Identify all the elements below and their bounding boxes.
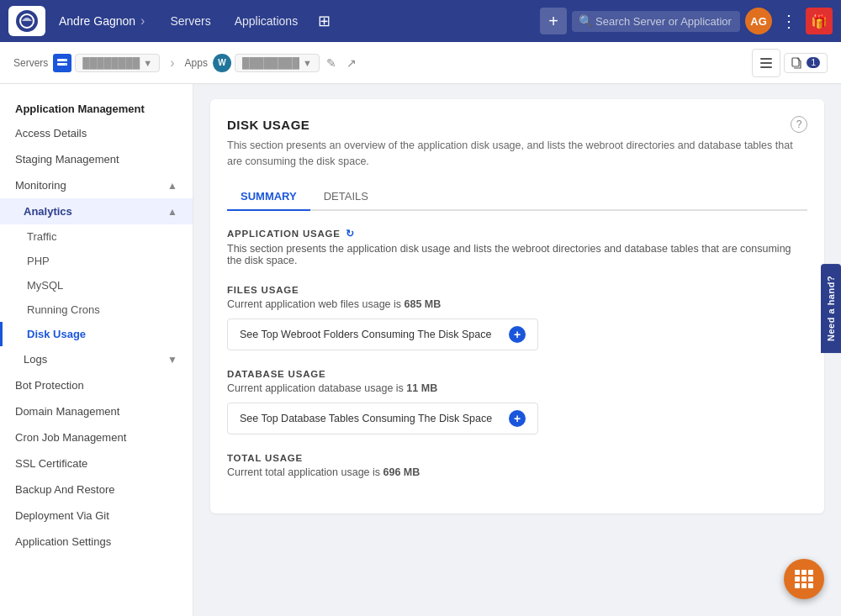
refresh-icon[interactable]: ↻	[346, 228, 355, 240]
total-usage-title: TOTAL USAGE	[227, 453, 807, 463]
need-a-hand-button[interactable]: Need a hand?	[821, 263, 841, 352]
fab-button[interactable]	[784, 559, 824, 599]
sidebar: Application Management Access Details St…	[0, 84, 193, 616]
total-usage-desc: Current total application usage is 696 M…	[227, 466, 807, 478]
monitoring-label: Monitoring	[15, 179, 66, 192]
svg-rect-6	[760, 58, 772, 60]
cron-job-management-label: Cron Job Management	[15, 431, 126, 444]
disk-usage-card: DISK USAGE ? This section presents an ov…	[210, 99, 824, 513]
files-usage-desc: Current application web files usage is 6…	[227, 298, 807, 310]
nav-servers[interactable]: Servers	[158, 14, 222, 28]
card-description: This section presents an overview of the…	[227, 138, 807, 170]
server-name: ████████	[82, 57, 140, 69]
card-title: DISK USAGE	[227, 118, 309, 132]
disk-usage-label: Disk Usage	[27, 328, 86, 340]
help-icon[interactable]: ?	[791, 116, 807, 133]
search-input[interactable]	[572, 11, 740, 32]
total-usage-section: TOTAL USAGE Current total application us…	[227, 453, 807, 478]
see-database-tables-button[interactable]: See Top Database Tables Consuming The Di…	[227, 403, 538, 434]
app-logo[interactable]	[8, 6, 45, 36]
subbar-right: 1	[752, 49, 828, 77]
sidebar-item-disk-usage[interactable]: Disk Usage	[0, 322, 193, 346]
sidebar-item-monitoring[interactable]: Monitoring ▲	[0, 172, 193, 198]
app-usage-section: APPLICATION USAGE ↻ This section present…	[227, 228, 807, 266]
nav-separator: ›	[140, 13, 145, 29]
see-webroot-folders-button[interactable]: See Top Webroot Folders Consuming The Di…	[227, 319, 538, 350]
list-view-button[interactable]	[752, 49, 780, 77]
server-select[interactable]: ████████ ▼	[75, 54, 160, 72]
sidebar-item-running-crons[interactable]: Running Crons	[0, 297, 193, 322]
sidebar-item-cron-job-management[interactable]: Cron Job Management	[0, 424, 193, 450]
more-options-icon[interactable]: ⋮	[777, 11, 801, 31]
svg-rect-8	[760, 66, 772, 68]
external-link-icon[interactable]: ↗	[343, 56, 360, 70]
files-usage-value: 685 MB	[405, 298, 442, 310]
sidebar-item-traffic[interactable]: Traffic	[0, 224, 193, 249]
tab-summary[interactable]: SUMMARY	[227, 183, 310, 211]
sidebar-item-domain-management[interactable]: Domain Management	[0, 398, 193, 424]
staging-management-label: Staging Management	[15, 153, 119, 166]
ssl-certificate-label: SSL Certificate	[15, 457, 87, 470]
application-settings-label: Application Settings	[15, 535, 111, 548]
domain-management-label: Domain Management	[15, 405, 119, 418]
access-details-label: Access Details	[15, 127, 87, 140]
wordpress-icon: W	[213, 54, 231, 72]
app-usage-title: APPLICATION USAGE ↻	[227, 228, 807, 240]
database-usage-title: DATABASE USAGE	[227, 369, 807, 379]
logs-expand-icon: ▼	[167, 354, 177, 366]
files-button[interactable]: 1	[784, 53, 828, 73]
tabs-bar: SUMMARY DETAILS	[227, 183, 807, 211]
tab-details[interactable]: DETAILS	[310, 183, 382, 211]
sidebar-item-access-details[interactable]: Access Details	[0, 120, 193, 146]
nav-links: Servers Applications ⊞	[158, 12, 339, 30]
files-usage-title: FILES USAGE	[227, 285, 807, 295]
deployment-git-label: Deployment Via Git	[15, 509, 109, 522]
database-usage-section: DATABASE USAGE Current application datab…	[227, 369, 807, 434]
app-name: ████████	[242, 57, 299, 69]
total-usage-value: 696 MB	[383, 466, 420, 478]
server-icon	[53, 54, 71, 72]
search-wrapper: 🔍	[572, 11, 740, 32]
username-label[interactable]: Andre Gagnon	[59, 14, 135, 28]
logs-label: Logs	[24, 353, 47, 366]
analytics-label: Analytics	[24, 205, 72, 218]
edit-icon[interactable]: ✎	[323, 56, 340, 70]
sidebar-item-application-settings[interactable]: Application Settings	[0, 529, 193, 555]
database-expand-btn-icon: +	[509, 410, 526, 427]
sidebar-item-staging-management[interactable]: Staging Management	[0, 146, 193, 172]
nav-applications[interactable]: Applications	[223, 14, 310, 28]
user-avatar[interactable]: AG	[745, 8, 772, 34]
add-button[interactable]: +	[540, 8, 567, 34]
app-section: Apps W ████████ ▼ ✎ ↗	[185, 54, 360, 72]
database-usage-desc: Current application database usage is 11…	[227, 382, 807, 394]
app-select[interactable]: ████████ ▼	[235, 54, 320, 72]
files-badge: 1	[807, 57, 820, 68]
sidebar-item-php[interactable]: PHP	[0, 249, 193, 273]
fab-grid-icon	[795, 570, 813, 588]
apps-label: Apps	[185, 57, 208, 69]
app-usage-desc: This section presents the application di…	[227, 243, 807, 266]
card-header: DISK USAGE ?	[227, 116, 807, 133]
sidebar-item-ssl-certificate[interactable]: SSL Certificate	[0, 450, 193, 476]
sidebar-item-bot-protection[interactable]: Bot Protection	[0, 372, 193, 398]
sidebar-item-mysql[interactable]: MySQL	[0, 273, 193, 297]
backup-restore-label: Backup And Restore	[15, 483, 115, 496]
sidebar-item-deployment-git[interactable]: Deployment Via Git	[0, 503, 193, 529]
monitoring-expand-icon: ▲	[167, 180, 177, 192]
sidebar-item-analytics[interactable]: Analytics ▲	[0, 198, 193, 224]
expand-btn-icon: +	[509, 326, 526, 343]
traffic-label: Traffic	[27, 230, 56, 243]
breadcrumb-chevron: ›	[170, 55, 174, 71]
gift-button[interactable]: 🎁	[806, 8, 833, 34]
files-usage-section: FILES USAGE Current application web file…	[227, 285, 807, 350]
sidebar-item-logs[interactable]: Logs ▼	[0, 346, 193, 372]
sidebar-section-title: Application Management	[0, 92, 193, 120]
app-select-arrow: ▼	[303, 58, 312, 68]
php-label: PHP	[27, 255, 50, 267]
grid-apps-icon[interactable]: ⊞	[309, 12, 339, 30]
top-navigation: Andre Gagnon › Servers Applications ⊞ + …	[0, 0, 841, 42]
sidebar-item-backup-restore[interactable]: Backup And Restore	[0, 476, 193, 503]
user-section: Andre Gagnon	[59, 14, 135, 28]
server-select-arrow: ▼	[143, 58, 152, 68]
server-section: Servers ████████ ▼	[13, 54, 160, 72]
